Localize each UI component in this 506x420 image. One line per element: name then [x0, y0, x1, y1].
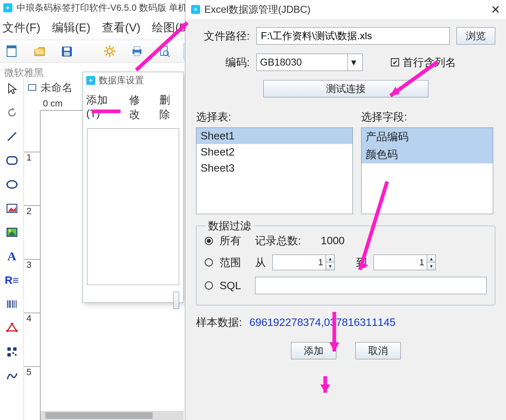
db-popup-buttonbar [83, 288, 183, 313]
svg-marker-22 [12, 108, 14, 111]
from-label: 从 [255, 255, 266, 270]
db-popup-icon: ✦ [86, 76, 95, 85]
radio-all-label: 所有 [220, 234, 248, 248]
left-tool-palette: A R≡ [0, 78, 24, 420]
field-item[interactable]: 颜色码 [362, 146, 493, 163]
table-item[interactable]: Sheet3 [196, 160, 352, 176]
table-item[interactable]: Sheet1 [196, 128, 352, 144]
table-item[interactable]: Sheet2 [196, 144, 352, 160]
path-label: 文件路径: [196, 29, 250, 43]
ruler-vertical: 1 2 3 4 5 [24, 111, 40, 420]
svg-rect-43 [7, 353, 11, 356]
rotate-tool-icon[interactable] [3, 104, 21, 121]
radio-all[interactable] [205, 237, 213, 245]
spin-up-icon[interactable]: ▴ [427, 255, 435, 262]
from-value[interactable]: 1 [272, 255, 326, 270]
select-field-label: 选择字段: [361, 110, 407, 124]
ruler-tick: 5 [24, 366, 40, 378]
open-file-icon[interactable] [31, 43, 48, 59]
ruler-tick: 3 [24, 259, 40, 270]
browse-button[interactable]: 浏览 [456, 27, 495, 45]
menu-edit[interactable]: 编辑(E) [52, 20, 90, 35]
settings-gear-icon[interactable] [102, 43, 118, 59]
svg-point-39 [15, 330, 18, 332]
radio-range-label: 范围 [220, 255, 248, 270]
add-button[interactable]: 添加 [291, 342, 336, 359]
file-path-input[interactable] [256, 27, 450, 45]
scrollbar-thumb[interactable] [45, 412, 153, 419]
ellipse-tool-icon[interactable] [3, 176, 21, 193]
ruler-tick: 2 [24, 205, 40, 217]
roundrect-tool-icon[interactable] [3, 152, 21, 169]
cancel-button[interactable]: 取消 [355, 342, 401, 359]
app-title: 中琅条码标签打印软件-V6.5.0 数码版 单机 [17, 2, 187, 14]
menu-file[interactable]: 文件(F) [2, 20, 40, 35]
qrcode-tool-icon[interactable] [3, 343, 21, 361]
svg-line-19 [168, 55, 170, 57]
from-spinner[interactable]: 1 ▴▾ [272, 255, 335, 270]
barcode-tool-icon[interactable] [3, 295, 21, 313]
svg-point-25 [7, 181, 17, 188]
preview-icon[interactable] [156, 43, 173, 59]
horizontal-scrollbar[interactable] [40, 411, 184, 420]
cursor-tool-icon[interactable] [3, 80, 21, 97]
picture-tool-icon[interactable] [3, 224, 21, 241]
polygon-tool-icon[interactable] [3, 319, 21, 337]
db-connection-list[interactable] [87, 128, 179, 285]
spin-up-icon[interactable]: ▴ [326, 255, 334, 262]
spin-down-icon[interactable]: ▾ [427, 262, 435, 270]
radio-sql-label: SQL [220, 279, 248, 292]
db-add-menu[interactable]: 添加(T) [86, 93, 120, 122]
data-filter-legend: 数据过滤 [206, 219, 253, 233]
image-tool-icon[interactable] [3, 200, 21, 217]
db-popup-hidden-button[interactable] [173, 292, 179, 309]
print-icon[interactable] [129, 43, 145, 59]
spin-down-icon[interactable]: ▾ [326, 262, 334, 270]
menu-view[interactable]: 查看(V) [102, 20, 140, 35]
sample-label: 样本数据: [196, 315, 242, 330]
jdbc-dialog-icon: ✦ [191, 5, 200, 14]
first-row-header-label: 首行含列名 [402, 55, 456, 70]
richtext-tool-icon[interactable]: R≡ [3, 271, 21, 289]
save-file-icon[interactable] [59, 43, 75, 59]
ruler-tick: 4 [24, 313, 40, 324]
svg-line-10 [106, 47, 107, 49]
radio-sql[interactable] [205, 281, 213, 290]
sample-data-value: 696192278374,037816311145 [249, 316, 395, 329]
svg-rect-41 [7, 347, 11, 351]
field-item[interactable]: 产品编码 [362, 128, 493, 146]
svg-point-38 [11, 323, 13, 325]
close-icon[interactable]: ✕ [491, 3, 500, 17]
line-tool-icon[interactable] [3, 128, 21, 145]
app-icon: ✦ [3, 3, 12, 12]
radio-range[interactable] [205, 258, 213, 267]
test-connection-button[interactable]: 测试连接 [263, 80, 428, 97]
encoding-value: GB18030 [260, 57, 302, 68]
encoding-label: 编码: [196, 55, 250, 70]
text-tool-icon[interactable]: A [3, 248, 21, 265]
record-total-value: 1000 [321, 234, 345, 247]
svg-rect-1 [7, 46, 16, 48]
svg-line-23 [8, 132, 16, 141]
to-label: 到 [356, 255, 367, 270]
first-row-header-checkbox[interactable]: ✔ 首行含列名 [391, 55, 456, 70]
ruler-tick: 1 [24, 152, 40, 163]
tables-listbox[interactable]: Sheet1 Sheet2 Sheet3 [196, 127, 353, 214]
svg-rect-4 [64, 52, 70, 56]
curve-tool-icon[interactable] [3, 367, 21, 385]
data-filter-fieldset: 数据过滤 所有 记录总数: 1000 范围 从 1 ▴▾ 到 1 [196, 226, 495, 305]
svg-point-29 [9, 229, 11, 232]
db-delete-menu[interactable]: 删除 [159, 93, 180, 122]
svg-rect-15 [134, 47, 140, 50]
to-spinner[interactable]: 1 ▴▾ [374, 255, 436, 270]
svg-rect-24 [7, 157, 17, 164]
fields-listbox[interactable]: 产品编码 颜色码 [361, 127, 493, 214]
encoding-select[interactable]: GB18030 ▾ [256, 54, 363, 71]
svg-rect-45 [15, 354, 17, 356]
to-value[interactable]: 1 [374, 255, 427, 270]
svg-point-40 [6, 330, 9, 332]
sql-input[interactable] [255, 277, 487, 294]
select-table-label: 选择表: [196, 110, 361, 124]
db-edit-menu[interactable]: 修改 [129, 93, 150, 122]
new-file-icon[interactable] [4, 43, 21, 59]
